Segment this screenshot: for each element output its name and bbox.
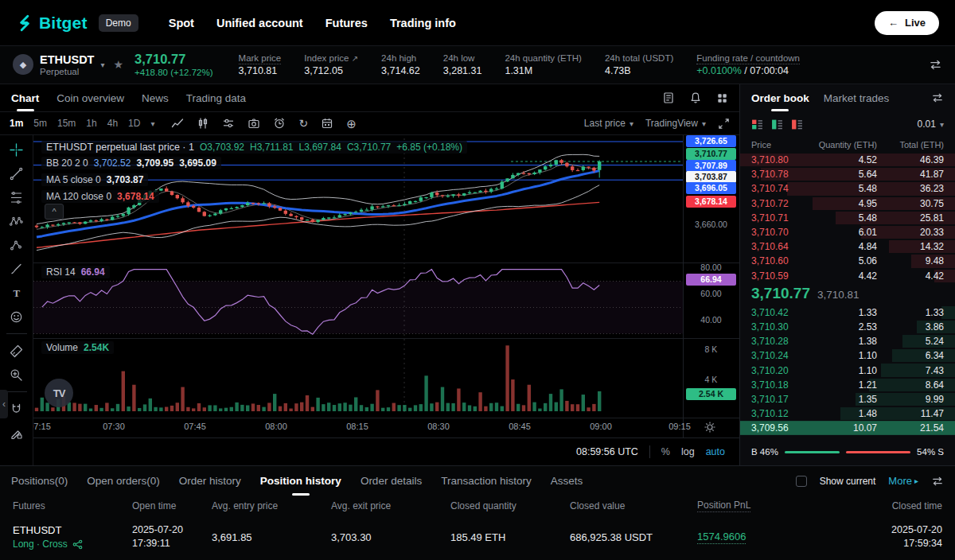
collapse-indicators-button[interactable]: ^ (45, 204, 64, 220)
share-icon[interactable] (72, 539, 83, 550)
drawing-lock-pencil-icon[interactable] (10, 426, 24, 440)
percent-scale-toggle[interactable]: % (661, 446, 670, 457)
orderbook-ask-row[interactable]: 3,710.706.0120.33 (740, 225, 955, 239)
order-list-icon[interactable] (662, 91, 675, 104)
bottom-tab-order-history[interactable]: Order history (179, 466, 241, 496)
interval-1h[interactable]: 1h (86, 118, 96, 129)
sidebar-collapse-handle[interactable]: ‹ (0, 390, 8, 418)
orderbook-mid-price[interactable]: 3,710.77 3,710.81 (740, 283, 955, 305)
layout-both-sides-icon[interactable] (751, 119, 763, 130)
layout-asks-only-icon[interactable] (791, 119, 803, 130)
bottom-tab-positions-0[interactable]: Positions(0) (11, 466, 68, 496)
interval-1m[interactable]: 1m (10, 118, 23, 129)
orderbook-ask-row[interactable]: 3,710.644.8414.32 (740, 239, 955, 254)
auto-scale-toggle[interactable]: auto (706, 446, 725, 457)
orderbook-bid-row[interactable]: 3,710.171.359.99 (740, 392, 955, 406)
favorite-star-icon[interactable]: ★ (114, 58, 124, 71)
orderbook-bid-row[interactable]: 3,710.241.106.34 (740, 348, 955, 363)
interval-5m[interactable]: 5m (33, 118, 47, 129)
orderbook-bid-row[interactable]: 3,710.181.218.64 (740, 378, 955, 392)
screenshot-camera-icon[interactable] (248, 117, 260, 130)
chart-area[interactable]: 3,726.653,710.773,707.893,703.873,696.05… (33, 135, 739, 438)
chart-tab-news[interactable]: News (142, 84, 169, 111)
crosshair-tool-icon[interactable] (10, 142, 24, 157)
xabcd-pattern-tool-icon[interactable] (10, 214, 24, 228)
orderbook-ask-row[interactable]: 3,710.785.6441.87 (740, 167, 955, 181)
precision-selector[interactable]: 0.01 ▾ (918, 119, 944, 130)
volume-legend[interactable]: Volume 2.54K (41, 341, 114, 354)
calendar-icon[interactable] (321, 117, 333, 130)
chart-vendor-selector[interactable]: TradingView▾ (645, 118, 706, 129)
fullscreen-expand-icon[interactable] (718, 118, 730, 130)
bottom-tab-order-details[interactable]: Order details (361, 466, 422, 496)
orderbook-bid-row[interactable]: 3,710.421.331.33 (740, 305, 955, 320)
ma5-legend[interactable]: MA 5 close 0 3,703.87 (41, 173, 148, 186)
orderbook-ask-row[interactable]: 3,710.594.424.42 (740, 269, 955, 283)
fib-retracement-tool-icon[interactable] (10, 190, 24, 204)
ma120-legend[interactable]: MA 120 close 0 3,678.14 (41, 190, 159, 203)
brush-tool-icon[interactable] (10, 262, 24, 276)
orderbook-settings-icon[interactable] (931, 92, 944, 103)
candle-style-icon[interactable] (197, 117, 209, 130)
zoom-in-tool-icon[interactable] (10, 368, 24, 382)
symbol-selector[interactable]: ◆ ETHUSDT Perpetual ▾ ★ (13, 53, 123, 76)
orderbook-ask-row[interactable]: 3,710.715.4825.81 (740, 211, 955, 225)
ohlc-legend[interactable]: ETHUSDT perpetual last price · 1 O3,703.… (41, 141, 467, 154)
chevron-down-icon[interactable]: ▾ (100, 60, 104, 69)
external-link-icon[interactable]: ↗ (352, 54, 358, 63)
pane-separator[interactable] (33, 338, 739, 339)
bottom-tab-transaction-history[interactable]: Transaction history (441, 466, 532, 496)
chart-tab-trading-data[interactable]: Trading data (186, 84, 246, 111)
price-axis[interactable]: 3,726.653,710.773,707.893,703.873,696.05… (683, 135, 739, 438)
interval-4h[interactable]: 4h (107, 118, 118, 129)
interval-15m[interactable]: 15m (57, 118, 76, 129)
bitget-logo[interactable]: Bitget (16, 14, 88, 33)
more-menu[interactable]: More ▸ (888, 475, 918, 487)
indicators-icon[interactable] (222, 117, 235, 130)
trend-line-tool-icon[interactable] (10, 166, 24, 181)
interval-more-caret-icon[interactable]: ▾ (150, 119, 154, 128)
bottom-tab-open-orders-0[interactable]: Open orders(0) (87, 466, 160, 496)
nav-item-trading-info[interactable]: Trading info (390, 17, 456, 29)
orderbook-tab-order-book[interactable]: Order book (751, 84, 809, 111)
orderbook-bid-row[interactable]: 3,710.201.107.43 (740, 363, 955, 377)
bottom-tab-assets[interactable]: Assets (551, 466, 583, 496)
text-tool-icon[interactable]: T (10, 286, 24, 300)
live-button[interactable]: ← Live (875, 11, 939, 35)
nav-item-futures[interactable]: Futures (325, 17, 368, 29)
price-source-selector[interactable]: Last price▾ (584, 118, 633, 129)
bb-legend[interactable]: BB 20 2 0 3,702.52 3,709.95 3,695.09 (41, 157, 221, 169)
alert-clock-icon[interactable] (273, 117, 286, 130)
log-scale-toggle[interactable]: log (681, 446, 695, 457)
nav-item-unified-account[interactable]: Unified account (216, 17, 303, 29)
show-current-checkbox[interactable] (796, 476, 807, 487)
orderbook-bid-row[interactable]: 3,709.5610.0721.54 (740, 421, 955, 435)
interval-1D[interactable]: 1D (128, 118, 140, 129)
layout-bids-only-icon[interactable] (771, 119, 783, 130)
replay-refresh-icon[interactable]: ↻ (298, 118, 308, 129)
orderbook-ask-row[interactable]: 3,710.804.5246.39 (740, 153, 955, 167)
orderbook-bid-row[interactable]: 3,710.302.533.86 (740, 320, 955, 334)
time-axis[interactable]: 07:1507:3007:4508:0008:1508:3008:4509:00… (33, 418, 739, 438)
orderbook-ask-row[interactable]: 3,710.605.069.48 (740, 254, 955, 268)
add-widget-icon[interactable]: ⊕ (346, 118, 357, 130)
orderbook-ask-row[interactable]: 3,710.724.9530.75 (740, 196, 955, 211)
chart-style-icon[interactable] (171, 117, 184, 130)
magnet-tool-icon[interactable] (10, 402, 24, 416)
apps-grid-icon[interactable] (716, 92, 728, 104)
bell-icon[interactable] (689, 91, 702, 104)
rsi-legend[interactable]: RSI 14 66.94 (41, 266, 110, 278)
axis-settings-gear-icon[interactable] (704, 421, 716, 434)
projection-tool-icon[interactable] (10, 238, 24, 252)
chart-tab-coin-overview[interactable]: Coin overview (57, 84, 124, 111)
orderbook-tab-market-trades[interactable]: Market trades (824, 84, 890, 111)
bottom-tab-position-history[interactable]: Position history (260, 466, 341, 496)
orderbook-bid-row[interactable]: 3,710.121.4811.47 (740, 406, 955, 421)
position-history-row[interactable]: ETHUSDT Long · Cross 2025-07-2017:39:11 … (0, 516, 955, 558)
panel-settings-icon[interactable] (929, 59, 942, 71)
ruler-measure-tool-icon[interactable] (10, 344, 24, 358)
table-settings-icon[interactable] (931, 476, 944, 487)
orderbook-bid-row[interactable]: 3,710.281.385.24 (740, 334, 955, 348)
orderbook-ask-row[interactable]: 3,710.745.4836.23 (740, 181, 955, 196)
pane-separator[interactable] (33, 262, 739, 263)
